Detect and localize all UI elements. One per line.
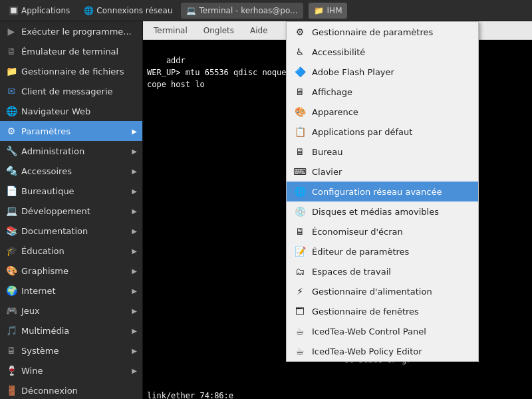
clavier-icon: ⌨ bbox=[293, 165, 307, 178]
multimedia-icon: 🎵 bbox=[5, 325, 17, 336]
submenu-item-clavier-label: Clavier bbox=[312, 167, 342, 177]
alimentation-icon: ⚡ bbox=[293, 285, 307, 298]
edu-arrow-icon: ▶ bbox=[132, 247, 137, 255]
taskbar-terminal[interactable]: 💻 Terminal - kerhoas@po... bbox=[181, 3, 303, 19]
submenu-item-alimentation[interactable]: ⚡ Gestionnaire d'alimentation bbox=[287, 281, 478, 301]
games-arrow-icon: ▶ bbox=[132, 307, 137, 315]
wine-icon: 🍷 bbox=[5, 364, 17, 376]
admin-icon: 🔧 bbox=[5, 145, 17, 157]
sidebar-item-admin-label: Administration bbox=[21, 146, 84, 156]
submenu-item-accessibilite[interactable]: ♿ Accessibilité bbox=[287, 42, 478, 62]
graphics-icon: 🎨 bbox=[5, 265, 17, 277]
sidebar-item-files[interactable]: 📁 Gestionnaire de fichiers bbox=[0, 61, 142, 81]
icedtea-policy-icon: ☕ bbox=[293, 344, 307, 358]
settings-icon: ⚙ bbox=[5, 125, 17, 137]
sidebar-item-dev-label: Développement bbox=[21, 206, 90, 216]
submenu-item-fenetres[interactable]: 🗔 Gestionnaire de fenêtres bbox=[287, 301, 478, 321]
taskbar-network[interactable]: 🌐 Connexions réseau bbox=[78, 3, 178, 19]
submenu-item-economiseur[interactable]: 🖥 Économiseur d'écran bbox=[287, 221, 478, 241]
apps-icon: 🔲 bbox=[8, 5, 19, 16]
sidebar-item-internet[interactable]: 🌍 Internet ▶ bbox=[0, 281, 142, 301]
sidebar-item-terminal[interactable]: 🖥 Émulateur de terminal bbox=[0, 41, 142, 61]
sidebar-item-doc-label: Documentation bbox=[21, 226, 88, 236]
submenu-item-disques[interactable]: 💿 Disques et médias amovibles bbox=[287, 201, 478, 221]
sidebar-item-accessories-label: Accessoires bbox=[21, 166, 72, 176]
taskbar-terminal-label: Terminal - kerhoas@po... bbox=[200, 6, 298, 15]
submenu-item-disques-label: Disques et médias amovibles bbox=[312, 207, 439, 217]
sidebar-item-run[interactable]: ▶ Exécuter le programme... bbox=[0, 21, 142, 41]
sidebar-item-system-label: Système bbox=[21, 346, 59, 356]
sidebar-item-graphics-label: Graphisme bbox=[21, 266, 68, 276]
settings-arrow-icon: ▶ bbox=[132, 128, 137, 135]
submenu-item-editeur[interactable]: 📝 Éditeur de paramètres bbox=[287, 241, 478, 261]
submenu-item-bureau[interactable]: 🖥 Bureau bbox=[287, 142, 478, 162]
graphics-arrow-icon: ▶ bbox=[132, 267, 137, 275]
taskbar-applications[interactable]: 🔲 Applications bbox=[3, 3, 75, 19]
sidebar-item-terminal-label: Émulateur de terminal bbox=[21, 47, 118, 57]
admin-arrow-icon: ▶ bbox=[132, 148, 137, 155]
taskbar-ihm[interactable]: 📁 IHM bbox=[309, 3, 348, 19]
accessories-arrow-icon: ▶ bbox=[132, 168, 137, 175]
tab-terminal[interactable]: Terminal bbox=[146, 23, 196, 38]
multimedia-arrow-icon: ▶ bbox=[132, 327, 137, 334]
tab-onglets[interactable]: Onglets bbox=[196, 23, 242, 38]
submenu-item-alimentation-label: Gestionnaire d'alimentation bbox=[312, 287, 432, 297]
submenu-item-apps-defaut-label: Applications par défaut bbox=[312, 127, 412, 137]
submenu-item-config-reseau[interactable]: 🌐 Configuration réseau avancée bbox=[287, 182, 478, 201]
sidebar-item-files-label: Gestionnaire de fichiers bbox=[21, 66, 124, 76]
sidebar-item-dev[interactable]: 💻 Développement ▶ bbox=[0, 201, 142, 221]
submenu-item-economiseur-label: Économiseur d'écran bbox=[312, 227, 403, 237]
sidebar-item-graphics[interactable]: 🎨 Graphisme ▶ bbox=[0, 261, 142, 281]
taskbar-network-label: Connexions réseau bbox=[96, 6, 172, 15]
sidebar-item-wine[interactable]: 🍷 Wine ▶ bbox=[0, 360, 142, 380]
submenu-item-clavier[interactable]: ⌨ Clavier bbox=[287, 162, 478, 182]
submenu-item-apps-defaut[interactable]: 📋 Applications par défaut bbox=[287, 122, 478, 142]
submenu-item-editeur-label: Éditeur de paramètres bbox=[312, 247, 409, 257]
sidebar-item-admin[interactable]: 🔧 Administration ▶ bbox=[0, 141, 142, 161]
sidebar-item-games[interactable]: 🎮 Jeux ▶ bbox=[0, 301, 142, 321]
office-icon: 📄 bbox=[5, 185, 17, 197]
sidebar-item-edu-label: Éducation bbox=[21, 246, 65, 256]
icedtea-control-icon: ☕ bbox=[293, 325, 307, 338]
fenetres-icon: 🗔 bbox=[293, 305, 307, 318]
sidebar-item-edu[interactable]: 🎓 Éducation ▶ bbox=[0, 241, 142, 261]
sidebar-item-logout[interactable]: 🚪 Déconnexion bbox=[0, 380, 142, 399]
submenu-item-icedtea-control[interactable]: ☕ IcedTea-Web Control Panel bbox=[287, 321, 478, 341]
web-icon: 🌐 bbox=[5, 105, 17, 117]
sidebar-item-system[interactable]: 🖥 Système ▶ bbox=[0, 340, 142, 360]
sidebar-item-games-label: Jeux bbox=[21, 306, 40, 316]
sidebar-item-mail[interactable]: ✉ Client de messagerie bbox=[0, 81, 142, 101]
main-area: ▶ Exécuter le programme... 🖥 Émulateur d… bbox=[0, 21, 532, 399]
submenu-item-gestionnaire-params-label: Gestionnaire de paramètres bbox=[312, 27, 433, 37]
submenu-item-apparence[interactable]: 🎨 Apparence bbox=[287, 102, 478, 122]
submenu-item-icedtea-policy[interactable]: ☕ IcedTea-Web Policy Editor bbox=[287, 341, 478, 361]
sidebar-item-web[interactable]: 🌐 Navigateur Web bbox=[0, 101, 142, 121]
sidebar-item-multimedia-label: Multimédia bbox=[21, 326, 69, 336]
wine-arrow-icon: ▶ bbox=[132, 367, 137, 374]
submenu-item-icedtea-control-label: IcedTea-Web Control Panel bbox=[312, 327, 426, 336]
tab-aide[interactable]: Aide bbox=[242, 23, 276, 38]
config-reseau-icon: 🌐 bbox=[293, 185, 307, 198]
submenu-item-espaces[interactable]: 🗂 Espaces de travail bbox=[287, 261, 478, 281]
taskbar: 🔲 Applications 🌐 Connexions réseau 💻 Ter… bbox=[0, 0, 532, 21]
submenu-item-gestionnaire-params[interactable]: ⚙ Gestionnaire de paramètres bbox=[287, 22, 478, 42]
gestionnaire-params-icon: ⚙ bbox=[293, 25, 307, 39]
submenu-item-affichage[interactable]: 🖥 Affichage bbox=[287, 82, 478, 102]
editeur-icon: 📝 bbox=[293, 245, 307, 258]
logout-icon: 🚪 bbox=[5, 384, 17, 396]
sidebar-item-run-label: Exécuter le programme... bbox=[21, 27, 132, 37]
submenu-item-flash[interactable]: 🔷 Adobe Flash Player bbox=[287, 62, 478, 82]
sidebar-item-mail-label: Client de messagerie bbox=[21, 86, 113, 96]
sidebar-item-office[interactable]: 📄 Bureautique ▶ bbox=[0, 181, 142, 201]
sidebar-item-doc[interactable]: 📚 Documentation ▶ bbox=[0, 221, 142, 241]
terminal-sidebar-icon: 🖥 bbox=[5, 45, 17, 57]
doc-icon: 📚 bbox=[5, 225, 17, 237]
run-icon: ▶ bbox=[5, 25, 17, 37]
sidebar-item-accessories[interactable]: 🔩 Accessoires ▶ bbox=[0, 161, 142, 181]
terminal-icon: 💻 bbox=[186, 5, 197, 16]
taskbar-ihm-label: IHM bbox=[327, 6, 342, 15]
sidebar-item-multimedia[interactable]: 🎵 Multimédia ▶ bbox=[0, 321, 142, 340]
espaces-icon: 🗂 bbox=[293, 265, 307, 278]
submenu-item-apparence-label: Apparence bbox=[312, 107, 358, 117]
sidebar-item-settings[interactable]: ⚙ Paramètres ▶ bbox=[0, 121, 142, 141]
